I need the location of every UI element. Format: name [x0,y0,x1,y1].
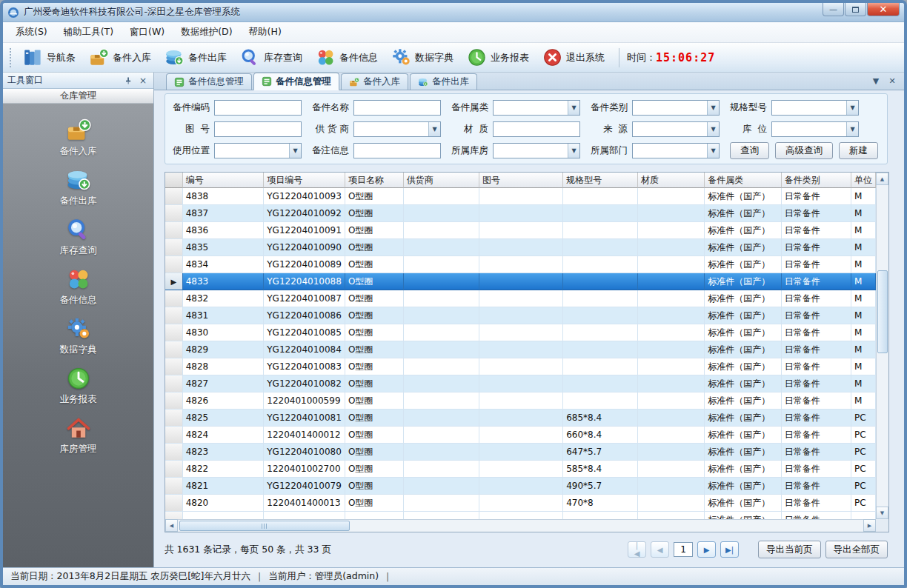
table-row[interactable]: 4838YG12204010093O型圈标准件（国产）日常备件M [165,188,876,205]
supplier-combo[interactable]: ▼ [353,121,441,137]
pin-icon[interactable] [122,75,134,87]
title-bar[interactable]: 广州爱奇迪软件科技有限公司-深田之星仓库管理系统 — ✕ [3,3,904,22]
row-header-cell[interactable] [165,444,183,461]
row-header-cell[interactable] [165,392,183,410]
department-combo[interactable]: ▼ [632,143,720,158]
table-row[interactable]: 4832YG12204010087O型圈标准件（国产）日常备件M [165,290,876,307]
tab-close-icon[interactable]: ✕ [886,75,898,87]
toolbar-grip-handle[interactable] [8,48,12,67]
chevron-down-icon[interactable]: ▼ [707,101,719,115]
chevron-down-icon[interactable]: ▼ [568,101,579,115]
sidebar-item-warehouse-mgmt[interactable]: 库房管理 [23,412,134,459]
row-header-cell[interactable] [165,358,183,375]
menu-item-3[interactable]: 窗口(W) [122,23,173,41]
tab-spare-outbound[interactable]: 备件出库 [410,73,477,90]
chevron-down-icon[interactable]: ▼ [707,144,719,158]
sidebar-item-data-dictionary[interactable]: 数据字典 [23,313,134,360]
grid-column-header[interactable]: 备件属类 [705,173,781,188]
next-page-button[interactable]: ▶ [697,541,716,558]
grid-column-header[interactable]: 供货商 [404,173,479,188]
sidebar-item-spare-inbound[interactable]: 备件入库 [23,114,134,161]
menu-item-5[interactable]: 帮助(H) [241,23,290,41]
page-number-input[interactable] [674,542,693,557]
toolbar-business-report-button[interactable]: 业务报表 [460,44,536,70]
grid-column-header[interactable]: 项目名称 [345,173,404,188]
grid-column-header[interactable]: 项目编号 [264,173,345,188]
tab-spare-info-mgmt-1[interactable]: 备件信息管理 [166,73,252,90]
row-header-cell[interactable] [165,495,183,512]
table-row[interactable]: 4821YG12204010079O型圈490*5.7标准件（国产）日常备件PC [165,478,876,495]
remark-input[interactable] [353,143,441,158]
toolbar-exit-system-button[interactable]: 退出系统 [536,44,611,70]
table-row[interactable]: 4837YG12204010092O型圈标准件（国产）日常备件M [165,205,876,222]
location-combo[interactable]: ▼ [771,121,859,137]
table-row[interactable]: 4829YG12204010084O型圈标准件（国产）日常备件M [165,341,876,358]
row-header-cell[interactable] [165,478,183,495]
table-row[interactable]: 4823YG12204010080O型圈647*5.7标准件（国产）日常备件PC [165,444,876,461]
spare-category-combo[interactable]: ▼ [493,100,580,116]
sidebar-item-stock-query[interactable]: 库存查询 [23,213,134,261]
row-header-cell[interactable] [165,222,183,239]
scroll-right-icon[interactable]: ▶ [863,519,876,532]
table-row[interactable]: 4830YG12204010085O型圈标准件（国产）日常备件M [165,324,876,341]
prev-page-button[interactable]: ◀ [651,541,669,558]
menu-item-1[interactable]: 系统(S) [7,23,56,41]
scroll-up-icon[interactable]: ▲ [876,173,888,185]
table-row[interactable]: 48241220401400012O型圈660*8.4标准件（国产）日常备件PC [165,427,876,444]
close-icon[interactable]: × [137,75,149,87]
scroll-down-icon[interactable]: ▼ [876,507,888,519]
row-header-cell[interactable]: ▶ [165,273,183,290]
table-row[interactable]: 4827YG12204010082O型圈标准件（国产）日常备件M [165,375,876,392]
source-combo[interactable]: ▼ [632,121,720,137]
toolbar-spare-outbound-button[interactable]: 备件出库 [158,44,233,70]
grid-column-header[interactable]: 备件类别 [782,173,851,188]
minimize-button[interactable]: — [823,3,844,16]
row-header-cell[interactable] [165,205,183,222]
grid-column-header[interactable]: 编号 [183,173,265,188]
chevron-down-icon[interactable]: ▼ [428,122,440,136]
row-header-cell[interactable] [165,410,183,427]
table-row[interactable]: 4831YG12204010086O型圈标准件（国产）日常备件M [165,307,876,324]
toolbar-stock-query-button[interactable]: 库存查询 [233,44,309,70]
export-current-page-button[interactable]: 导出当前页 [758,541,821,558]
row-header-cell[interactable] [165,188,183,205]
tool-window-titlebar[interactable]: 工具窗口 × [3,73,153,89]
table-row[interactable]: 4835YG12204010090O型圈标准件（国产）日常备件M [165,239,876,256]
maximize-button[interactable] [845,3,866,16]
vertical-scrollbar[interactable]: ▲ ▼ [876,173,888,519]
row-header-cell[interactable] [165,256,183,273]
sidebar-item-spare-outbound[interactable]: 备件出库 [23,164,134,211]
row-header-cell[interactable] [165,290,183,307]
spare-code-input[interactable] [214,100,302,116]
vertical-scroll-thumb[interactable] [877,270,888,353]
grid-column-header[interactable]: 单位 [851,173,876,188]
last-page-button[interactable]: ▶| [720,541,739,558]
material-input[interactable] [493,121,580,137]
tab-spare-inbound[interactable]: 备件入库 [341,73,408,90]
drawing-no-input[interactable] [214,121,302,137]
chevron-down-icon[interactable]: ▼ [846,101,858,115]
new-button[interactable]: 新建 [839,142,878,159]
row-header-cell[interactable] [165,427,183,444]
scroll-left-icon[interactable]: ◀ [165,519,178,532]
sidebar-item-spare-info[interactable]: 备件信息 [23,263,134,310]
table-row[interactable]: 4825YG12204010081O型圈685*8.4标准件（国产）日常备件PC [165,410,876,427]
query-button[interactable]: 查询 [730,142,769,159]
table-row[interactable]: 4828YG12204010083O型圈标准件（国产）日常备件M [165,358,876,375]
horizontal-scroll-thumb[interactable] [179,521,350,531]
use-position-combo[interactable]: ▼ [214,143,302,158]
grid-column-header[interactable]: 图号 [479,173,563,188]
menu-item-4[interactable]: 数据维护(D) [173,23,240,41]
table-row[interactable]: 48201220401400013O型圈470*8标准件（国产）日常备件PC [165,495,876,512]
spare-class-combo[interactable]: ▼ [632,100,720,116]
tab-list-dropdown-icon[interactable]: ▼ [870,75,882,87]
sidebar-item-business-report[interactable]: 业务报表 [23,362,134,410]
advanced-query-button[interactable]: 高级查询 [775,142,833,159]
row-header-cell[interactable] [165,375,183,392]
close-button[interactable]: ✕ [867,3,900,16]
row-header-cell[interactable] [165,341,183,358]
row-header-cell[interactable] [165,239,183,256]
chevron-down-icon[interactable]: ▼ [568,144,579,158]
toolbar-nav-bar-button[interactable]: 导航条 [16,44,82,70]
table-row[interactable]: 48261220401000599O型圈标准件（国产）日常备件M [165,392,876,410]
